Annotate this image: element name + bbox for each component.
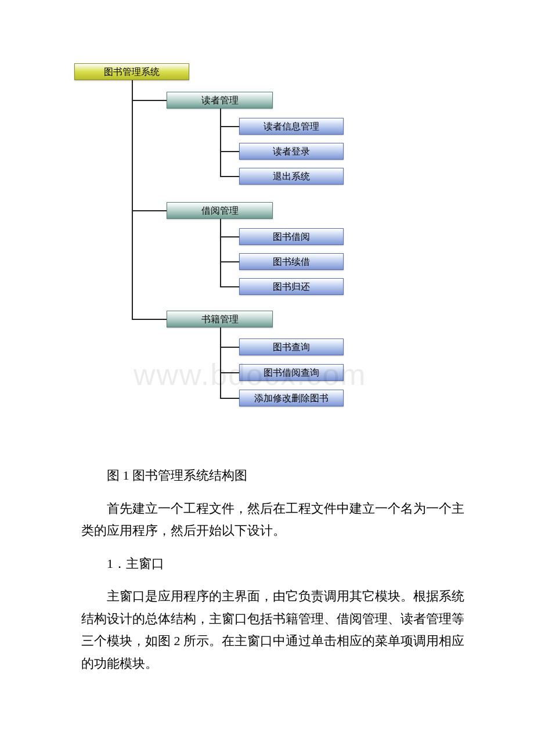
structure-diagram: 图书管理系统 读者管理 读者信息管理 读者登录 退出系统 借阅管理 图书借阅 图… <box>0 0 534 441</box>
connector <box>220 261 239 262</box>
node-leaf-borrow-query: 图书借阅查询 <box>239 364 344 381</box>
section-heading-1: 1．主窗口 <box>81 553 464 575</box>
node-leaf-book-crud: 添加修改删除图书 <box>239 390 344 406</box>
paragraph-main-window: 主窗口是应用程序的主界面，由它负责调用其它模块。根据系统结构设计的总体结构，主窗… <box>81 585 464 675</box>
node-leaf-renew: 图书续借 <box>239 253 344 270</box>
connector <box>220 398 239 399</box>
connector <box>220 236 239 237</box>
connector <box>220 286 239 287</box>
node-category-book: 书籍管理 <box>167 311 273 327</box>
connector <box>220 151 239 152</box>
connector <box>220 347 239 348</box>
connector <box>220 372 239 373</box>
node-leaf-exit: 退出系统 <box>239 168 344 185</box>
connector-cat1-trunk <box>220 109 221 176</box>
node-category-borrow: 借阅管理 <box>167 202 273 219</box>
connector <box>220 126 239 127</box>
paragraph-intro: 首先建立一个工程文件，然后在工程文件中建立一个名为一个主类的应用程序，然后开始以… <box>81 498 464 542</box>
node-root: 图书管理系统 <box>74 63 189 80</box>
node-leaf-book-query: 图书查询 <box>239 339 344 355</box>
node-leaf-reader-login: 读者登录 <box>239 143 344 160</box>
connector-to-cat1 <box>132 100 167 101</box>
document-page: 图书管理系统 读者管理 读者信息管理 读者登录 退出系统 借阅管理 图书借阅 图… <box>0 0 534 756</box>
connector-cat3-trunk <box>220 327 221 398</box>
connector <box>220 176 239 177</box>
connector-cat2-trunk <box>220 219 221 286</box>
node-leaf-borrow: 图书借阅 <box>239 228 344 245</box>
connector-to-cat2 <box>132 210 167 211</box>
figure-caption: 图 1 图书管理系统结构图 <box>81 465 464 487</box>
node-leaf-return: 图书归还 <box>239 278 344 295</box>
node-leaf-reader-info: 读者信息管理 <box>239 118 344 135</box>
connector-trunk <box>132 80 133 319</box>
node-category-reader: 读者管理 <box>167 92 273 109</box>
connector-to-cat3 <box>132 319 167 320</box>
document-body: 图 1 图书管理系统结构图 首先建立一个工程文件，然后在工程文件中建立一个名为一… <box>0 465 534 675</box>
